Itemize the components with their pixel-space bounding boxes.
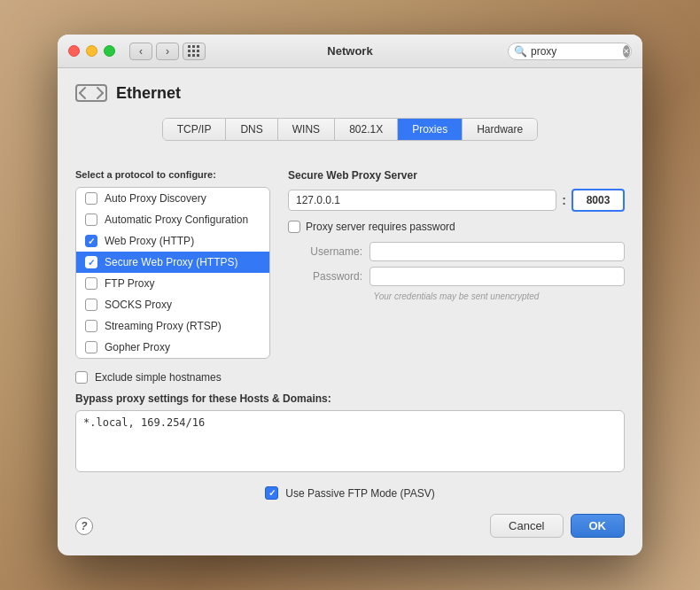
content-area: Ethernet TCP/IP DNS WINS 802.1X Proxies … [58, 68, 642, 555]
protocol-label-streaming-proxy: Streaming Proxy (RTSP) [105, 320, 222, 332]
password-row-cred: Password: [300, 267, 625, 286]
bypass-textarea[interactable]: *.local, 169.254/16 [75, 410, 625, 472]
checkbox-pasv[interactable] [265, 486, 278, 500]
grid-button[interactable] [183, 43, 206, 60]
protocol-section: Select a protocol to configure: Auto Pro… [75, 169, 270, 359]
username-row: Username: [300, 242, 625, 261]
credentials-section: Username: Password: [300, 242, 625, 286]
network-window: ‹ › Network 🔍 ✕ [58, 35, 642, 555]
checkbox-streaming-proxy[interactable] [85, 320, 97, 332]
checkbox-auto-proxy[interactable] [85, 192, 97, 205]
checkbox-gopher-proxy[interactable] [85, 341, 97, 353]
exclude-row: Exclude simple hostnames [75, 371, 625, 384]
traffic-lights [68, 45, 115, 57]
back-button[interactable]: ‹ [129, 43, 152, 60]
footer: ? Cancel OK [75, 514, 625, 538]
proxy-server-title: Secure Web Proxy Server [288, 169, 625, 182]
titlebar: ‹ › Network 🔍 ✕ [58, 35, 642, 68]
protocol-label-gopher-proxy: Gopher Proxy [105, 341, 170, 353]
help-button[interactable]: ? [75, 517, 93, 535]
tab-proxies[interactable]: Proxies [398, 119, 463, 140]
protocol-label-web-proxy-http: Web Proxy (HTTP) [105, 235, 194, 247]
pasv-row: Use Passive FTP Mode (PASV) [75, 486, 625, 500]
ok-button[interactable]: OK [571, 514, 626, 538]
tab-tcpip[interactable]: TCP/IP [163, 119, 227, 140]
protocol-item-automatic-proxy-config[interactable]: Automatic Proxy Configuration [76, 209, 269, 230]
pasv-label: Use Passive FTP Mode (PASV) [285, 487, 434, 500]
maximize-button[interactable] [104, 45, 115, 57]
protocol-label-auto-proxy: Auto Proxy Discovery [105, 192, 206, 205]
username-label: Username: [300, 245, 362, 258]
search-icon: 🔍 [514, 45, 527, 58]
search-box[interactable]: 🔍 ✕ [508, 43, 632, 60]
checkbox-secure-web-proxy[interactable] [85, 256, 97, 268]
minimize-button[interactable] [86, 45, 97, 57]
section-header: Ethernet [75, 81, 625, 105]
protocol-list: Auto Proxy Discovery Automatic Proxy Con… [75, 187, 270, 359]
close-button[interactable] [68, 45, 80, 57]
ethernet-icon [75, 81, 107, 105]
password-input[interactable] [369, 267, 625, 286]
protocol-item-web-proxy-http[interactable]: Web Proxy (HTTP) [76, 230, 269, 252]
protocol-item-socks-proxy[interactable]: SOCKS Proxy [76, 294, 269, 315]
protocol-item-auto-proxy[interactable]: Auto Proxy Discovery [76, 188, 269, 209]
tabs-wrapper: TCP/IP DNS WINS 802.1X Proxies Hardware [75, 118, 625, 155]
bottom-section: Exclude simple hostnames Bypass proxy se… [75, 371, 625, 476]
checkbox-automatic-proxy-config[interactable] [85, 213, 97, 226]
protocol-item-ftp-proxy[interactable]: FTP Proxy [76, 273, 269, 294]
protocol-label: Select a protocol to configure: [75, 169, 270, 180]
checkbox-ftp-proxy[interactable] [85, 277, 97, 290]
exclude-label: Exclude simple hostnames [95, 371, 222, 384]
proxy-config: Secure Web Proxy Server : Proxy server r… [288, 169, 625, 359]
tab-8021x[interactable]: 802.1X [335, 119, 398, 140]
section-title: Ethernet [116, 84, 181, 103]
server-row: : [288, 189, 625, 212]
protocol-label-socks-proxy: SOCKS Proxy [105, 299, 172, 311]
tabs: TCP/IP DNS WINS 802.1X Proxies Hardware [162, 118, 538, 141]
checkbox-web-proxy-http[interactable] [85, 235, 97, 247]
window-title: Network [327, 44, 372, 58]
protocol-label-automatic-proxy-config: Automatic Proxy Configuration [105, 213, 248, 226]
bypass-label: Bypass proxy settings for these Hosts & … [75, 392, 625, 405]
checkbox-socks-proxy[interactable] [85, 299, 97, 311]
protocol-item-gopher-proxy[interactable]: Gopher Proxy [76, 337, 269, 358]
colon-separator: : [562, 193, 566, 207]
cancel-button[interactable]: Cancel [490, 514, 563, 538]
protocol-item-secure-web-proxy[interactable]: Secure Web Proxy (HTTPS) [76, 252, 269, 273]
protocol-item-streaming-proxy[interactable]: Streaming Proxy (RTSP) [76, 315, 269, 337]
tab-hardware[interactable]: Hardware [463, 119, 537, 140]
main-panel: Select a protocol to configure: Auto Pro… [75, 169, 625, 359]
tab-dns[interactable]: DNS [226, 119, 277, 140]
search-clear-button[interactable]: ✕ [623, 45, 630, 58]
password-label: Password: [300, 270, 362, 283]
checkbox-exclude-hostnames[interactable] [75, 371, 88, 384]
search-input[interactable] [531, 45, 619, 58]
footer-buttons: Cancel OK [490, 514, 625, 538]
checkbox-password-required[interactable] [288, 221, 300, 233]
password-required-label: Proxy server requires password [306, 221, 455, 233]
unencrypted-note: Your credentials may be sent unencrypted [288, 291, 625, 301]
protocol-label-ftp-proxy: FTP Proxy [105, 277, 154, 290]
password-required-row: Proxy server requires password [288, 221, 625, 233]
username-input[interactable] [369, 242, 625, 261]
port-input[interactable] [572, 189, 625, 212]
nav-buttons: ‹ › [129, 43, 179, 60]
protocol-label-secure-web-proxy: Secure Web Proxy (HTTPS) [105, 256, 237, 268]
forward-button[interactable]: › [156, 43, 179, 60]
tab-wins[interactable]: WINS [278, 119, 335, 140]
server-address-input[interactable] [288, 190, 556, 211]
grid-icon [188, 45, 200, 58]
